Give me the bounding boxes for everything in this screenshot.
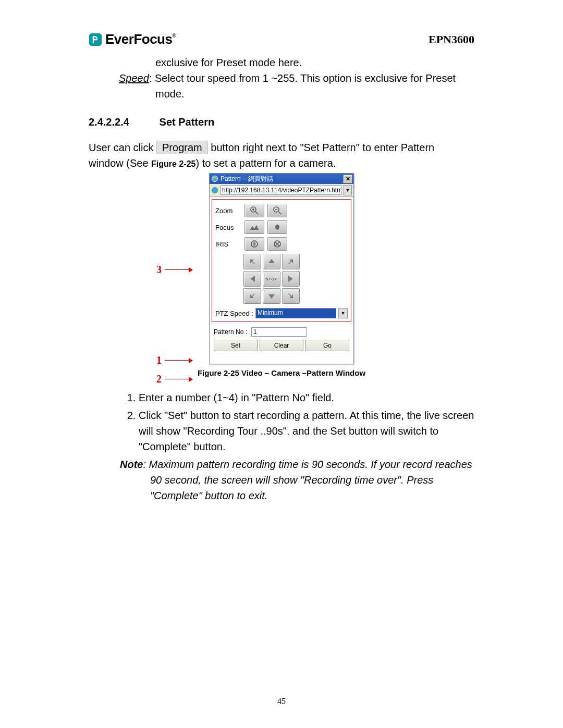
pattern-block: Pattern No : 1 Set Clear Go — [212, 326, 351, 362]
direction-pad: STOP — [243, 254, 348, 304]
svg-line-8 — [278, 212, 281, 214]
ptz-speed-label: PTZ Speed : — [215, 310, 253, 317]
brand-name: EverFocus® — [105, 31, 176, 47]
steps-list: Enter a number (1~4) in "Pattern No" fie… — [89, 390, 474, 454]
callout-2: 2 — [156, 373, 193, 385]
go-button[interactable]: Go — [305, 340, 349, 351]
zoom-in-button[interactable] — [244, 204, 264, 217]
focus-row: Focus — [215, 220, 348, 234]
zoom-row: Zoom — [215, 204, 348, 217]
ptz-speed-dropdown-button[interactable]: ▼ — [338, 308, 348, 318]
logo-icon — [89, 33, 102, 46]
url-bar: http://192.168.13.114/videoPTZPattern.ht… — [210, 184, 353, 197]
ptz-speed-select[interactable]: Minimum — [255, 308, 336, 318]
close-button[interactable]: ✕ — [343, 175, 352, 183]
titlebar: Pattern -- 網頁對話 ✕ — [210, 174, 353, 184]
move-left-button[interactable] — [243, 271, 261, 287]
pattern-no-label: Pattern No : — [214, 328, 247, 336]
note-block: Note: Maximum pattern recording time is … — [120, 456, 474, 503]
svg-point-2 — [212, 188, 218, 193]
move-downright-button[interactable] — [282, 288, 300, 304]
speed-line: Speed: Select tour speed from 1 ~255. Th… — [119, 70, 474, 86]
iris-open-button[interactable] — [244, 237, 264, 251]
speed-label: Speed — [119, 72, 149, 84]
ptz-speed-row: PTZ Speed : Minimum ▼ — [215, 308, 348, 318]
stop-button[interactable]: STOP — [263, 271, 280, 287]
figure-ref: Figure 2-25 — [151, 159, 195, 168]
focus-label: Focus — [215, 224, 241, 231]
clear-button[interactable]: Clear — [260, 340, 303, 351]
url-dropdown-button[interactable]: ▼ — [344, 185, 352, 195]
callout-3: 3 — [156, 264, 193, 276]
note-label: Note — [120, 459, 143, 470]
model-code: EPN3600 — [429, 33, 474, 46]
arrow-icon — [165, 269, 193, 270]
pattern-window: Pattern -- 網頁對話 ✕ http://192.168.13.114/… — [209, 173, 354, 364]
pattern-buttons: Set Clear Go — [214, 340, 349, 351]
move-downleft-button[interactable] — [243, 288, 261, 304]
intro-block: exclusive for Preset mode here. Speed: S… — [115, 55, 474, 102]
step-1: Enter a number (1~4) in "Pattern No" fie… — [139, 390, 474, 405]
iris-row: IRIS — [215, 237, 348, 251]
callout-1: 1 — [156, 354, 193, 366]
iris-label: IRIS — [215, 240, 241, 248]
move-upright-button[interactable] — [282, 254, 300, 269]
speed-line2: mode. — [155, 86, 474, 102]
window-title: Pattern -- 網頁對話 — [221, 175, 341, 183]
brand-logo: EverFocus® — [89, 31, 176, 47]
iris-close-button[interactable] — [267, 237, 287, 251]
move-down-button[interactable] — [263, 288, 280, 304]
window-body: Zoom Focus — [210, 197, 353, 364]
url-input[interactable]: http://192.168.13.114/videoPTZPattern.ht… — [221, 186, 341, 195]
callouts: 3 1 2 — [156, 173, 203, 364]
ie-icon — [211, 187, 218, 194]
intro-line1: exclusive for Preset mode here. — [155, 55, 474, 70]
move-right-button[interactable] — [282, 271, 300, 287]
page-number: 45 — [0, 697, 563, 706]
focus-near-button[interactable] — [267, 220, 287, 234]
arrow-icon — [165, 379, 193, 380]
note-text: : Maximum pattern recording time is 90 s… — [143, 459, 472, 501]
program-button[interactable]: Program — [156, 141, 208, 154]
svg-line-4 — [255, 212, 258, 214]
section-paragraph: User can click Program button right next… — [89, 140, 474, 171]
ie-icon — [211, 175, 218, 182]
section-number: 2.4.2.2.4 — [89, 116, 156, 128]
move-upleft-button[interactable] — [243, 254, 261, 269]
figure-caption: Figure 2-25 Video – Camera –Pattern Wind… — [89, 368, 474, 377]
pattern-no-input[interactable]: 1 — [251, 327, 307, 337]
arrow-icon — [165, 360, 193, 361]
section-heading: 2.4.2.2.4 Set Pattern — [89, 116, 474, 128]
zoom-out-button[interactable] — [267, 204, 287, 217]
zoom-label: Zoom — [215, 207, 241, 215]
page-header: EverFocus® EPN3600 — [89, 31, 474, 47]
focus-far-button[interactable] — [244, 220, 264, 234]
page: EverFocus® EPN3600 exclusive for Preset … — [0, 0, 563, 728]
figure: 3 1 2 Pattern -- 網頁對話 ✕ — [89, 173, 474, 364]
section-title: Set Pattern — [160, 116, 215, 128]
ptz-panel: Zoom Focus — [212, 199, 351, 322]
step-2: Click "Set" button to start recording a … — [139, 408, 474, 454]
move-up-button[interactable] — [263, 254, 280, 269]
set-button[interactable]: Set — [214, 340, 258, 351]
pattern-no-row: Pattern No : 1 — [214, 327, 349, 337]
